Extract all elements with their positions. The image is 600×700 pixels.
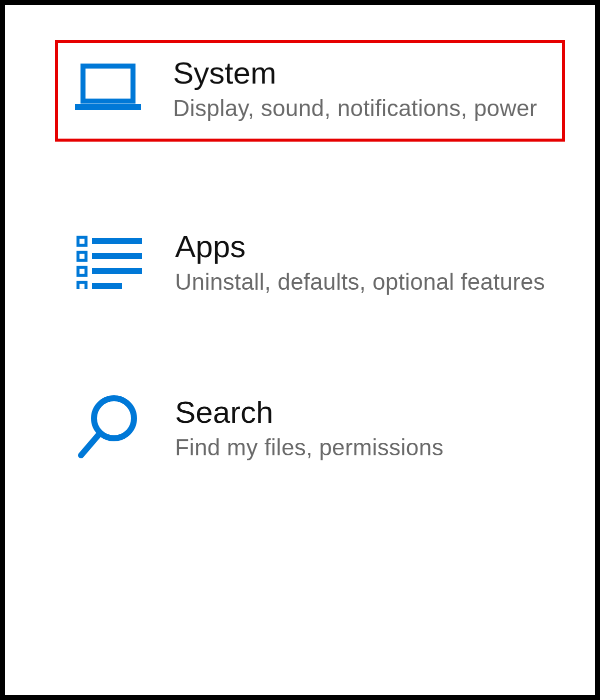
settings-item-title: Search <box>175 394 550 430</box>
svg-rect-7 <box>92 268 142 274</box>
settings-item-search[interactable]: Search Find my files, permissions <box>60 382 565 473</box>
settings-item-text: Apps Uninstall, defaults, optional featu… <box>175 227 550 297</box>
settings-item-subtitle: Display, sound, notifications, power <box>173 94 547 124</box>
settings-item-title: System <box>173 55 547 91</box>
svg-rect-4 <box>78 252 86 260</box>
settings-item-text: System Display, sound, notifications, po… <box>173 53 547 124</box>
svg-rect-1 <box>75 104 141 110</box>
laptop-icon <box>73 53 143 123</box>
settings-item-text: Search Find my files, permissions <box>175 392 550 463</box>
svg-line-11 <box>81 434 99 455</box>
settings-item-system[interactable]: System Display, sound, notifications, po… <box>55 40 565 142</box>
search-icon <box>75 392 145 462</box>
settings-item-title: Apps <box>175 229 550 264</box>
svg-rect-5 <box>92 253 142 259</box>
settings-item-apps[interactable]: Apps Uninstall, defaults, optional featu… <box>60 217 565 307</box>
svg-rect-8 <box>78 282 86 289</box>
settings-item-subtitle: Uninstall, defaults, optional features <box>175 267 550 297</box>
svg-rect-0 <box>83 66 133 101</box>
svg-rect-2 <box>78 237 86 245</box>
svg-rect-3 <box>92 238 142 244</box>
settings-panel: System Display, sound, notifications, po… <box>0 0 600 700</box>
settings-item-subtitle: Find my files, permissions <box>175 433 550 463</box>
list-icon <box>75 227 145 297</box>
svg-rect-6 <box>78 267 86 275</box>
svg-rect-9 <box>92 283 122 289</box>
